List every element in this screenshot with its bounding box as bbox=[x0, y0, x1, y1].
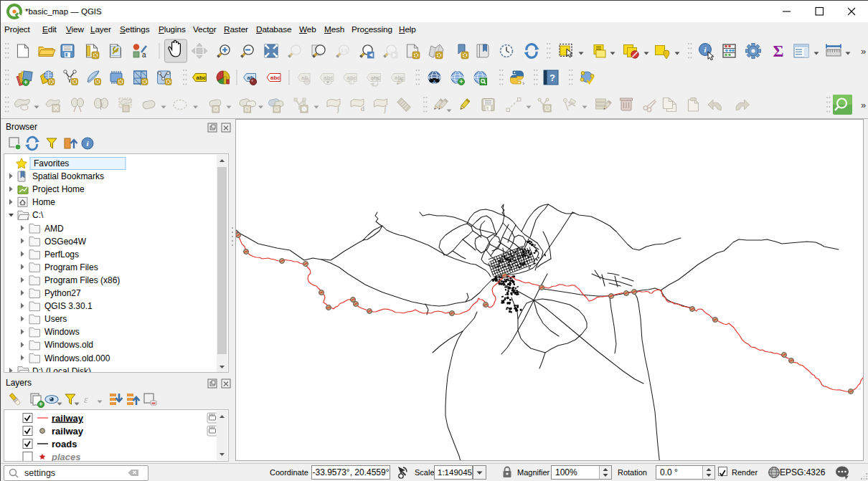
svg-text:Windows.old: Windows.old bbox=[44, 340, 93, 350]
svg-text:?: ? bbox=[549, 72, 555, 83]
svg-text:Home: Home bbox=[32, 197, 55, 207]
svg-text:Windows.old.000: Windows.old.000 bbox=[44, 353, 110, 363]
svg-text:railway: railway bbox=[52, 413, 84, 424]
svg-text:OSGeo4W: OSGeo4W bbox=[44, 237, 87, 247]
svg-text:Σ: Σ bbox=[773, 42, 783, 60]
svg-text:abc: abc bbox=[270, 75, 280, 81]
svg-text:settings: settings bbox=[24, 468, 55, 478]
svg-text:Users: Users bbox=[44, 314, 67, 324]
svg-text:AMD: AMD bbox=[44, 224, 64, 234]
svg-text:a: a bbox=[142, 51, 146, 59]
svg-text:QGIS 3.30.1: QGIS 3.30.1 bbox=[44, 301, 93, 311]
svg-text:+: + bbox=[459, 78, 463, 85]
svg-text:∫: ∫ bbox=[384, 105, 387, 113]
svg-text:places: places bbox=[51, 452, 80, 462]
svg-text:1:1: 1:1 bbox=[341, 48, 347, 53]
svg-text:Windows: Windows bbox=[44, 327, 80, 337]
svg-text:Project Home: Project Home bbox=[32, 184, 85, 194]
svg-text:+: + bbox=[24, 79, 27, 86]
svg-text:ε: ε bbox=[84, 394, 88, 405]
svg-text:∫: ∫ bbox=[336, 105, 340, 113]
svg-text:Python27: Python27 bbox=[44, 288, 81, 298]
svg-text:C:\: C:\ bbox=[32, 210, 44, 220]
svg-text:abc: abc bbox=[197, 75, 207, 81]
svg-text:Spatial Bookmarks: Spatial Bookmarks bbox=[32, 171, 104, 181]
svg-text:d: d bbox=[361, 105, 364, 113]
svg-text:D:\ (Local Disk): D:\ (Local Disk) bbox=[32, 366, 91, 373]
svg-text:roads: roads bbox=[52, 439, 77, 449]
svg-text:+: + bbox=[39, 401, 42, 408]
svg-text:»: » bbox=[861, 100, 866, 110]
svg-text:»: » bbox=[861, 46, 866, 57]
svg-text:Program Files: Program Files bbox=[44, 262, 98, 272]
svg-text:Program Files (x86): Program Files (x86) bbox=[44, 275, 120, 285]
svg-text:railway: railway bbox=[52, 426, 84, 437]
svg-text:Favorites: Favorites bbox=[34, 158, 69, 168]
svg-text:›: › bbox=[523, 80, 525, 87]
svg-text:PerfLogs: PerfLogs bbox=[44, 249, 79, 259]
